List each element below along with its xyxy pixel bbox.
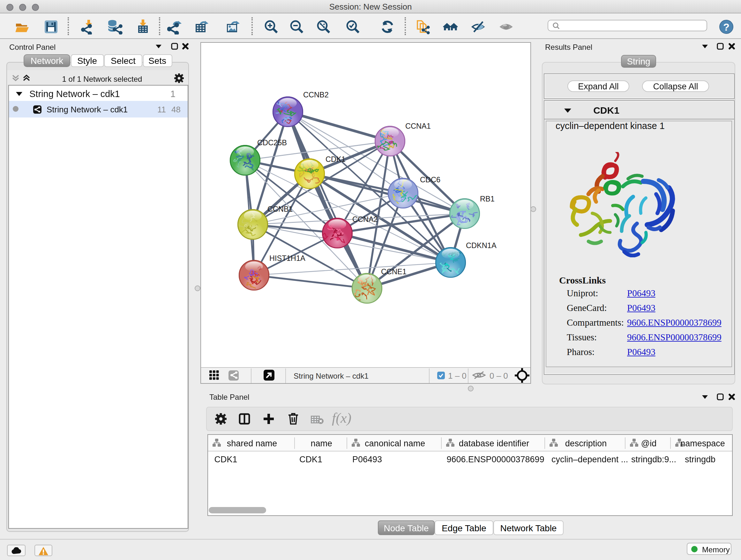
svg-text:HIST1H1A: HIST1H1A xyxy=(269,254,306,262)
svg-text:CDC6: CDC6 xyxy=(420,176,441,184)
svg-text:CDC25B: CDC25B xyxy=(257,138,287,147)
svg-text:RB1: RB1 xyxy=(480,195,495,203)
svg-text:CDKN1A: CDKN1A xyxy=(466,241,496,250)
svg-text:CCNE1: CCNE1 xyxy=(381,267,407,276)
svg-text:CCNA2: CCNA2 xyxy=(352,215,378,224)
svg-text:CCNB1: CCNB1 xyxy=(267,205,293,213)
svg-text:CCNB2: CCNB2 xyxy=(303,91,329,99)
svg-text:CDK1: CDK1 xyxy=(326,155,346,164)
svg-text:CCNA1: CCNA1 xyxy=(405,122,431,130)
